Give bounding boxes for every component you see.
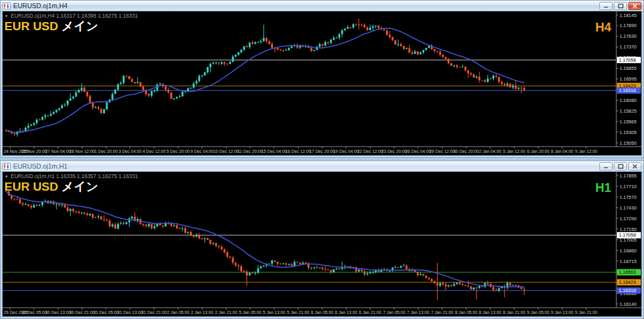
- time-tick-label: 8 Jan 04:00: [551, 149, 574, 154]
- time-tick-label: 25 Nov 20:00: [21, 149, 47, 154]
- svg-text:1.16563: 1.16563: [619, 269, 636, 275]
- chart-window-icon: [3, 3, 11, 9]
- time-tick-label: 22 Dec 12:00: [357, 149, 383, 154]
- chart-dropdown-icon[interactable]: ▼: [4, 174, 8, 179]
- price-tick-label: 1.16080: [619, 98, 636, 103]
- time-axis[interactable]: 29 Dec 202530 Dec 05:0030 Dec 13:0030 De…: [4, 308, 597, 315]
- window-titlebar[interactable]: EURUSD.oj1m,H4: [1, 1, 643, 11]
- ohlc-header: EURUSD.oj1m,H1 1.16335 1.16357 1.16275 1…: [11, 173, 138, 179]
- price-tick-label: 1.16855: [619, 65, 636, 71]
- minimize-button[interactable]: [599, 2, 613, 10]
- price-tick-label: 1.16715: [619, 259, 636, 264]
- svg-text:1.17058: 1.17058: [619, 232, 636, 238]
- price-tick-label: 1.18145: [619, 13, 636, 18]
- timeframe-label: H4: [595, 20, 611, 34]
- price-tick-label: 1.17710: [619, 184, 636, 189]
- time-tick-label: 9 Dec 04:00: [191, 149, 214, 154]
- price-chart-h1[interactable]: 1.178551.177101.175701.174301.172901.171…: [3, 172, 641, 316]
- time-tick-label: 3 Dec 04:00: [118, 149, 142, 154]
- price-tick-label: 1.17570: [619, 194, 636, 200]
- window-title: EURUSD.oj1m,H1: [13, 162, 597, 170]
- time-tick-label: 2 Jan 05:00: [167, 310, 189, 315]
- time-tick-label: 1 Dec 20:00: [94, 149, 118, 154]
- restore-button[interactable]: [614, 2, 627, 10]
- close-button[interactable]: [628, 2, 641, 10]
- time-tick-label: 5 Jan 21:00: [287, 310, 309, 315]
- chart-dropdown-icon[interactable]: ▼: [4, 14, 8, 18]
- price-axis[interactable]: 1.181451.178901.176301.173701.171151.168…: [616, 13, 636, 146]
- time-tick-label: 2 Jan 13:00: [191, 310, 214, 315]
- time-tick-label: 6 Jan 21:00: [359, 310, 382, 315]
- price-tick-label: 1.17150: [619, 227, 636, 232]
- time-tick-label: 15 Dec 04:00: [262, 149, 287, 154]
- timeframe-label: H1: [595, 181, 611, 194]
- chart-comment-label: EUR USD メイン: [4, 180, 98, 193]
- time-tick-label: 2 Jan 04:00: [479, 149, 502, 154]
- price-chart-h4[interactable]: 1.181451.178901.176301.173701.171151.168…: [3, 11, 641, 155]
- window-title: EURUSD.oj1m,H4: [13, 2, 597, 9]
- time-tick-label: 11 Dec 20:00: [238, 149, 263, 154]
- time-tick-label: 5 Jan 13:00: [263, 310, 286, 315]
- time-tick-label: 5 Jan 05:00: [239, 310, 262, 315]
- time-tick-label: 5 Dec 20:00: [167, 149, 190, 154]
- price-tick-label: 1.17370: [619, 44, 636, 50]
- time-tick-label: 9 Jan 05:00: [527, 310, 550, 315]
- price-tag-1.17058: 1.17058: [617, 232, 641, 238]
- price-tick-label: 1.17630: [619, 33, 636, 39]
- svg-text:1.16318: 1.16318: [619, 87, 636, 93]
- chart-client-area: 1.181451.178901.176301.173701.171151.168…: [3, 11, 641, 155]
- price-axis[interactable]: 1.178551.177101.175701.174301.172901.171…: [616, 173, 636, 307]
- time-tick-label: 30 Dec 20:00: [453, 149, 479, 154]
- price-tick-label: 1.17290: [619, 216, 636, 221]
- time-tick-label: 10 Dec 12:00: [213, 149, 239, 154]
- time-tick-label: 8 Jan 05:00: [455, 310, 477, 315]
- time-tick-label: 7 Jan 21:00: [431, 310, 453, 315]
- time-tick-label: 7 Jan 05:00: [383, 310, 406, 315]
- ohlc-header: EURUSD.oj1m,H4 1.16317 1.16398 1.16275 1…: [11, 13, 138, 19]
- price-tick-label: 1.16595: [619, 76, 636, 82]
- time-tick-label: 31 Dec 21:00: [142, 310, 167, 315]
- price-tick-label: 1.15050: [619, 140, 636, 146]
- time-tick-label: 23 Dec 20:00: [381, 149, 407, 154]
- window-titlebar[interactable]: EURUSD.oj1m,H1: [1, 161, 643, 172]
- svg-text:1.16429: 1.16429: [619, 279, 636, 285]
- price-tag-1.16429: 1.16429: [617, 279, 641, 286]
- time-tick-label: 27 Nov 04:00: [45, 149, 71, 154]
- time-tick-label: 6 Jan 20:00: [527, 149, 550, 154]
- price-tick-label: 1.15305: [619, 130, 636, 135]
- time-tick-label: 8 Jan 21:00: [503, 310, 526, 315]
- time-tick-label: 7 Jan 13:00: [407, 310, 430, 315]
- time-tick-label: 2 Jan 21:00: [215, 310, 238, 315]
- close-button[interactable]: [628, 162, 641, 171]
- minimize-button[interactable]: [599, 162, 613, 171]
- time-tick-label: 4 Dec 12:00: [143, 149, 166, 154]
- time-tick-label: 6 Jan 05:00: [311, 310, 333, 315]
- time-tick-label: 9 Jan 21:00: [575, 310, 597, 315]
- time-tick-label: 16 Dec 12:00: [286, 149, 311, 154]
- time-tick-label: 9 Jan 12:00: [575, 149, 597, 154]
- chart-window-h4: EURUSD.oj1m,H4 1.181451.178901.176301.17…: [0, 0, 644, 158]
- price-tag-1.17058: 1.17058: [617, 57, 641, 63]
- time-tick-label: 6 Jan 13:00: [335, 310, 358, 315]
- time-axis[interactable]: 24 Nov 202525 Nov 20:0027 Nov 04:0028 No…: [4, 147, 597, 154]
- time-tick-label: 17 Dec 20:00: [309, 149, 335, 154]
- time-tick-label: 31 Dec 05:00: [93, 310, 119, 315]
- svg-text:1.17058: 1.17058: [619, 57, 636, 63]
- price-tag-1.16318: 1.16318: [617, 87, 641, 94]
- chart-comment-label: EUR USD メイン: [4, 20, 98, 33]
- time-tick-label: 19 Dec 04:00: [333, 149, 359, 154]
- time-tick-label: 9 Jan 13:00: [551, 310, 574, 315]
- price-tick-label: 1.16140: [619, 301, 636, 307]
- chart-client-area: 1.178551.177101.175701.174301.172901.171…: [3, 172, 641, 316]
- time-tick-label: 30 Dec 05:00: [21, 310, 47, 315]
- chart-window-h1: EURUSD.oj1m,H1 1.178551.177101.175701.17…: [0, 160, 644, 319]
- chart-window-icon: [3, 163, 11, 170]
- time-tick-label: 28 Nov 12:00: [69, 149, 95, 154]
- time-tick-label: 8 Jan 13:00: [479, 310, 502, 315]
- time-tick-label: 30 Dec 13:00: [45, 310, 71, 315]
- restore-button[interactable]: [614, 162, 627, 171]
- price-tick-label: 1.16860: [619, 248, 636, 254]
- price-tick-label: 1.17890: [619, 23, 636, 28]
- time-tick-label: 5 Jan 12:00: [503, 149, 526, 154]
- price-tick-label: 1.15825: [619, 108, 636, 114]
